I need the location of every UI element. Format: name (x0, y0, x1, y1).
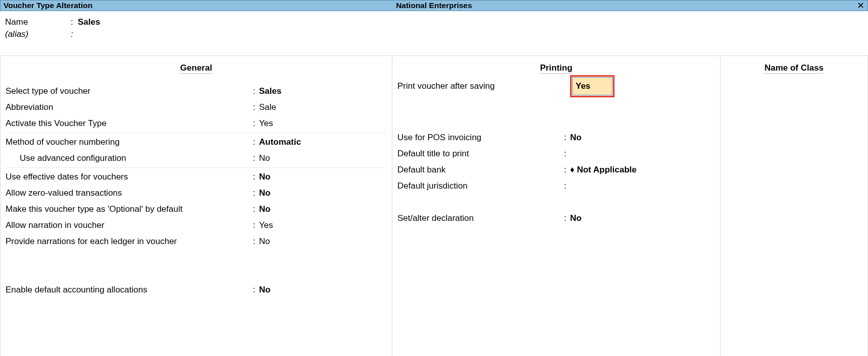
screen-title: Voucher Type Alteration (4, 1, 92, 10)
default-bank-value[interactable]: ♦ Not Applicable (570, 162, 637, 178)
eff-dates-value[interactable]: No (259, 169, 271, 185)
adv-config-value[interactable]: No (259, 150, 270, 166)
titlebar: Voucher Type Alteration National Enterpr… (0, 0, 868, 11)
class-heading: Name of Class (726, 63, 862, 73)
activate-value[interactable]: Yes (259, 115, 273, 132)
default-bank-label: Default bank (397, 162, 564, 178)
company-name: National Enterprises (396, 1, 472, 10)
pos-label: Use for POS invoicing (397, 130, 564, 146)
name-label: Name (5, 16, 71, 28)
default-title-label: Default title to print (397, 146, 564, 162)
narration-label: Allow narration in voucher (6, 217, 253, 233)
set-decl-label: Set/alter declaration (397, 210, 564, 226)
narrations-ledger-label: Provide narrations for each ledger in vo… (6, 233, 253, 250)
enable-alloc-label: Enable default accounting allocations (6, 282, 253, 298)
select-type-value[interactable]: Sales (259, 83, 281, 99)
alias-label: (alias) (5, 28, 71, 40)
zero-val-value[interactable]: No (259, 185, 271, 201)
printing-heading: Printing (397, 63, 715, 73)
general-column: General Select type of voucher : Sales A… (1, 56, 392, 356)
method-label: Method of voucher numbering (6, 134, 253, 150)
zero-val-label: Allow zero-valued transactions (6, 185, 253, 201)
optional-value[interactable]: No (259, 201, 271, 217)
content-columns: General Select type of voucher : Sales A… (0, 56, 868, 356)
class-column: Name of Class (721, 56, 867, 356)
enable-alloc-value[interactable]: No (259, 282, 271, 298)
print-after-save-label: Print voucher after saving (397, 78, 564, 94)
print-after-save-field[interactable]: Yes (570, 75, 615, 97)
adv-config-label: Use advanced configuration (6, 150, 253, 166)
narrations-ledger-value[interactable]: No (259, 233, 270, 250)
default-juris-label: Default jurisdiction (397, 178, 564, 194)
name-value[interactable]: Sales (78, 16, 100, 28)
general-heading: General (6, 63, 387, 73)
pos-value[interactable]: No (570, 130, 582, 146)
eff-dates-label: Use effective dates for vouchers (6, 169, 253, 185)
abbrev-label: Abbreviation (6, 99, 253, 115)
select-type-label: Select type of voucher (6, 83, 253, 99)
method-value[interactable]: Automatic (259, 134, 301, 150)
close-icon[interactable]: ✕ (857, 1, 864, 10)
activate-label: Activate this Voucher Type (6, 115, 253, 132)
narration-value[interactable]: Yes (259, 217, 273, 233)
voucher-name-block: Name : Sales (alias) : (0, 11, 868, 56)
print-after-save-value[interactable]: Yes (572, 77, 612, 95)
abbrev-value[interactable]: Sale (259, 99, 276, 115)
set-decl-value[interactable]: No (570, 210, 582, 226)
printing-column: Printing Print voucher after saving : Ye… (392, 56, 721, 356)
optional-label: Make this voucher type as 'Optional' by … (6, 201, 253, 217)
